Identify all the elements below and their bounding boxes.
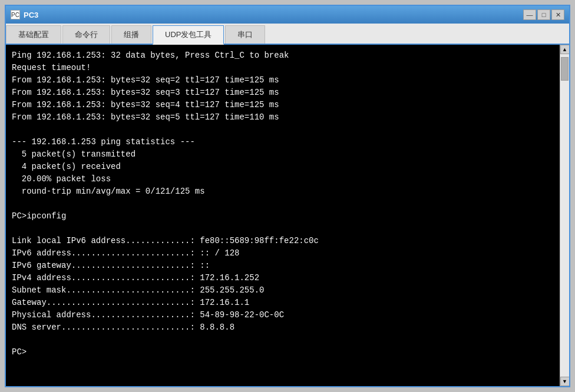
title-bar-left: PC PC3 [11,10,38,19]
scrollbar-thumb[interactable] [561,57,569,81]
scrollbar-track[interactable] [560,54,569,377]
window-controls: — □ ✕ [523,9,564,20]
scroll-up-button[interactable]: ▲ [560,45,570,54]
terminal-output[interactable]: Ping 192.168.1.253: 32 data bytes, Press… [6,45,560,386]
content-area: Ping 192.168.1.253: 32 data bytes, Press… [6,45,569,386]
tab-bar: 基础配置 命令行 组播 UDP发包工具 串口 [6,24,569,45]
tab-basic-config[interactable]: 基础配置 [6,25,61,44]
tab-multicast[interactable]: 组播 [111,25,151,44]
main-window: PC PC3 — □ ✕ 基础配置 命令行 组播 UDP发包工具 串口 Ping… [5,5,570,387]
tab-udp-tool[interactable]: UDP发包工具 [153,25,224,45]
tab-serial[interactable]: 串口 [225,25,265,44]
tab-command-line[interactable]: 命令行 [62,25,110,44]
title-bar: PC PC3 — □ ✕ [6,6,569,24]
window-title: PC3 [24,11,38,19]
scroll-down-button[interactable]: ▼ [560,377,570,386]
minimize-button[interactable]: — [523,9,536,20]
close-button[interactable]: ✕ [551,9,564,20]
scrollbar: ▲ ▼ [560,45,569,386]
maximize-button[interactable]: □ [537,9,550,20]
window-icon: PC [11,10,20,19]
